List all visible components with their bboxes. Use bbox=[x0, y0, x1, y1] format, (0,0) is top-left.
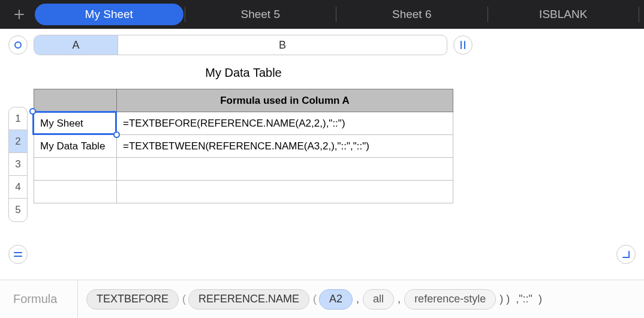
cell-b4[interactable] bbox=[117, 158, 453, 181]
tab-divider bbox=[639, 7, 639, 22]
sheet-tab-bar: My Sheet Sheet 5 Sheet 6 ISBLANK bbox=[0, 0, 644, 29]
column-headers: A B bbox=[34, 35, 447, 55]
row-headers: 1 2 3 4 5 bbox=[8, 107, 28, 222]
row-header-3[interactable]: 3 bbox=[9, 153, 27, 176]
cell-value: =TEXTBEFORE(REFERENCE.NAME(A2,2,),"::") bbox=[123, 118, 345, 129]
sheet-tab-sheet-6[interactable]: Sheet 6 bbox=[338, 4, 486, 25]
formula-token-cell-ref[interactable]: A2 bbox=[319, 289, 353, 310]
add-column-button[interactable] bbox=[453, 35, 473, 55]
add-sheet-button[interactable] bbox=[5, 2, 34, 26]
row-header-1[interactable]: 1 bbox=[9, 107, 27, 130]
formula-token-function[interactable]: TEXTBEFORE bbox=[86, 289, 179, 310]
row-label: 5 bbox=[15, 204, 20, 216]
formula-bar: Formula TEXTBEFORE REFERENCE.NAME A2 , a… bbox=[0, 280, 644, 318]
token-text: A2 bbox=[329, 293, 342, 305]
selection-handle-tl[interactable] bbox=[29, 108, 36, 115]
sheet-tab-isblank[interactable]: ISBLANK bbox=[489, 4, 638, 25]
selection-handle-br[interactable] bbox=[113, 131, 120, 138]
row-label: 1 bbox=[15, 113, 20, 125]
formula-token-arg[interactable]: all bbox=[363, 289, 394, 310]
sheet-tab-sheet-5[interactable]: Sheet 5 bbox=[186, 4, 335, 25]
row-label: 2 bbox=[15, 136, 20, 148]
tab-divider bbox=[487, 7, 488, 22]
tab-label: My Sheet bbox=[85, 8, 133, 21]
column-label: B bbox=[279, 39, 286, 52]
formula-bar-content[interactable]: TEXTBEFORE REFERENCE.NAME A2 , all , ref… bbox=[78, 289, 644, 310]
cell-a3[interactable]: My Data Table bbox=[34, 135, 117, 158]
cell-a4[interactable] bbox=[34, 158, 117, 181]
formula-token-function[interactable]: REFERENCE.NAME bbox=[188, 289, 309, 310]
paren-open-icon bbox=[180, 293, 187, 305]
table-row: My Data Table =TEXTBETWEEN(REFERENCE.NAM… bbox=[34, 135, 453, 158]
formula-bar-label: Formula bbox=[0, 280, 78, 318]
cell-value: =TEXTBETWEEN(REFERENCE.NAME(A3,2,),"::",… bbox=[123, 140, 369, 152]
tab-label: Sheet 5 bbox=[241, 8, 281, 21]
formula-close-paren: ) bbox=[536, 293, 544, 305]
select-all-circle[interactable] bbox=[8, 35, 28, 55]
table-row: My Sheet =TEXTBEFORE(REFERENCE.NAME(A2,2… bbox=[34, 112, 453, 135]
table-row bbox=[34, 181, 453, 203]
column-header-row: A B bbox=[0, 29, 644, 56]
cell-b2[interactable]: =TEXTBEFORE(REFERENCE.NAME(A2,2,),"::") bbox=[117, 112, 453, 135]
cell-b5[interactable] bbox=[117, 181, 453, 203]
token-text: TEXTBEFORE bbox=[97, 293, 168, 305]
row-header-2[interactable]: 2 bbox=[9, 130, 27, 153]
header-text: Formula used in Column A bbox=[220, 95, 350, 106]
row-header-4[interactable]: 4 bbox=[9, 176, 27, 199]
cell-value: My Sheet bbox=[40, 118, 83, 129]
table-corner-cell[interactable] bbox=[34, 89, 117, 112]
resize-table-button[interactable] bbox=[616, 245, 636, 264]
tab-divider bbox=[336, 7, 336, 22]
formula-comma: , bbox=[354, 293, 362, 305]
table-title[interactable]: My Data Table bbox=[34, 65, 453, 89]
table-header-row: Formula used in Column A bbox=[34, 89, 453, 112]
formula-tail-text: ,"::" bbox=[513, 293, 535, 305]
formula-close-paren: ) ) bbox=[497, 293, 512, 305]
cell-a5[interactable] bbox=[34, 181, 117, 203]
token-text: REFERENCE.NAME bbox=[198, 293, 299, 305]
tab-label: Sheet 6 bbox=[392, 8, 432, 21]
column-header-b[interactable]: B bbox=[118, 35, 447, 55]
column-label: A bbox=[72, 39, 79, 52]
cell-a2[interactable]: My Sheet bbox=[34, 112, 117, 135]
formula-token-arg[interactable]: reference-style bbox=[404, 289, 496, 310]
cell-b3[interactable]: =TEXTBETWEEN(REFERENCE.NAME(A3,2,),"::",… bbox=[117, 135, 453, 158]
tab-divider bbox=[185, 7, 185, 22]
row-label: 4 bbox=[15, 181, 20, 193]
svg-point-0 bbox=[15, 42, 21, 48]
cell-value: My Data Table bbox=[40, 140, 105, 152]
token-text: reference-style bbox=[414, 293, 486, 305]
paren-open-icon bbox=[311, 293, 318, 305]
token-text: all bbox=[373, 293, 384, 305]
table-row bbox=[34, 158, 453, 181]
column-header-a[interactable]: A bbox=[34, 35, 118, 55]
formula-comma: , bbox=[395, 293, 403, 305]
add-row-button[interactable] bbox=[8, 245, 28, 264]
tab-label: ISBLANK bbox=[539, 8, 587, 21]
data-table: Formula used in Column A My Sheet =TEXTB… bbox=[34, 89, 453, 203]
sheet-tab-my-sheet[interactable]: My Sheet bbox=[35, 4, 183, 25]
row-label: 3 bbox=[15, 158, 20, 170]
table-header-cell[interactable]: Formula used in Column A bbox=[117, 89, 453, 112]
row-header-5[interactable]: 5 bbox=[9, 199, 27, 221]
